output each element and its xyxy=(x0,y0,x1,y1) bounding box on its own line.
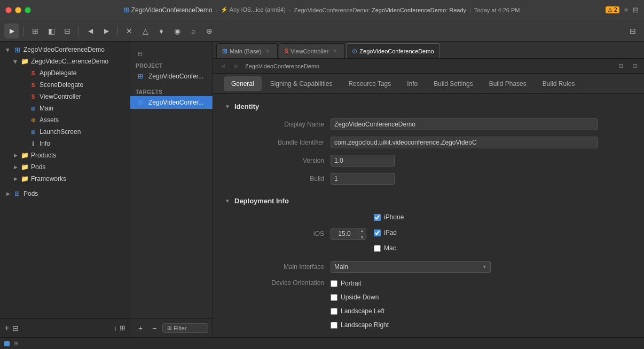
display-name-value xyxy=(331,118,633,130)
sidebar-item-frameworks[interactable]: ▶ 📁 Frameworks xyxy=(0,173,130,185)
close-button[interactable] xyxy=(5,7,12,13)
stepper-down[interactable]: ▼ xyxy=(358,234,366,240)
tab-build-phases[interactable]: Build Phases xyxy=(482,76,534,91)
identity-chevron[interactable]: ▼ xyxy=(224,103,231,110)
bookmark-icon[interactable]: ♦ xyxy=(154,24,168,38)
play-button[interactable]: ▶ xyxy=(4,23,19,38)
add-file-icon[interactable]: + xyxy=(4,323,9,333)
split-view-icon[interactable]: ◧ xyxy=(44,24,58,38)
sidebar-item-viewcontroller[interactable]: S ViewController xyxy=(0,91,130,102)
landscape-right-row: Landscape Right xyxy=(331,319,633,331)
tab-build-rules[interactable]: Build Rules xyxy=(535,76,583,91)
version-input[interactable] xyxy=(331,155,395,166)
toolbar: ▶ ⊞ ◧ ⊟ ◀ ▶ ✕ △ ♦ ◉ ⌕ ⊕ ⊟ xyxy=(0,20,644,42)
panel-middle: ⊟ PROJECT ⊞ ZegoVideoConfer... TARGETS ⊙… xyxy=(130,42,213,337)
warning-icon[interactable]: △ xyxy=(138,24,152,38)
tab-general[interactable]: General xyxy=(224,76,262,91)
sidebar-label-viewcontroller: ViewController xyxy=(40,93,81,100)
filter-pill[interactable]: ⊞ Filter xyxy=(162,323,208,333)
stepper-up[interactable]: ▲ xyxy=(358,228,366,234)
footer-icons: ↓ ⊞ xyxy=(114,324,126,332)
frameworks-icon: 📁 xyxy=(20,174,29,183)
titlebar-status: ZegoVideoConferenceDemo: ZegoVideoConfer… xyxy=(294,7,466,13)
sidebar-item-group[interactable]: ▶ 📁 ZegoVideoC...erenceDemo xyxy=(0,55,130,67)
back-icon[interactable]: ◀ xyxy=(83,24,97,38)
break-icon[interactable]: ✕ xyxy=(122,24,136,38)
sidebar-item-scenedelegate[interactable]: S SceneDelegate xyxy=(0,79,130,91)
sidebar-toggle-btn[interactable]: ⊟ xyxy=(135,48,145,59)
display-name-input[interactable] xyxy=(331,118,598,130)
forward-icon[interactable]: ▶ xyxy=(99,24,113,38)
add-target-btn[interactable]: + xyxy=(135,322,146,334)
sidebar-item-launchscreen[interactable]: ⊠ LaunchScreen xyxy=(0,126,130,138)
portrait-checkbox[interactable] xyxy=(331,280,337,287)
panel-project-label: ZegoVideoConfer... xyxy=(148,73,203,80)
landscape-left-checkbox[interactable] xyxy=(331,308,337,315)
bundle-id-input[interactable] xyxy=(331,137,598,148)
close-tab-vc[interactable]: ✕ xyxy=(331,47,339,55)
navigator-icon[interactable]: ⊟ xyxy=(60,24,74,38)
warning-badge[interactable]: ⚠ 2 xyxy=(606,6,619,13)
panel-target-item[interactable]: ⊙ ZegoVideoConfer... xyxy=(130,96,213,109)
close-tab-main[interactable]: ✕ xyxy=(263,47,272,55)
titlebar: ⊞ ZegoVideoConferenceDemo › ⚡ Any iOS...… xyxy=(0,0,644,20)
nav-back-btn[interactable]: ◀ xyxy=(217,61,228,72)
ios-version-value: 15.0 ▲ ▼ iPhone xyxy=(331,211,633,256)
landscape-right-checkbox[interactable] xyxy=(331,322,337,329)
inspector-btn[interactable]: ⊟ xyxy=(629,61,640,72)
sidebar-root-label: ZegoVideoConferenceDemo xyxy=(23,46,105,53)
sidebar-item-main[interactable]: ⊠ Main xyxy=(0,102,130,114)
sidebar-item-info[interactable]: ℹ Info xyxy=(0,138,130,149)
main-interface-select[interactable]: Main ▼ xyxy=(331,261,491,273)
add-group-icon[interactable]: ⊟ xyxy=(12,324,19,332)
tab-signing[interactable]: Signing & Capabilities xyxy=(263,76,340,91)
iphone-checkbox[interactable] xyxy=(374,214,381,221)
sidebar-footer: + ⊟ ↓ ⊞ xyxy=(0,318,130,337)
landscape-left-label: Landscape Left xyxy=(341,307,384,315)
panel-project-item[interactable]: ⊞ ZegoVideoConfer... xyxy=(130,70,213,83)
sidebar-item-assets[interactable]: ⊛ Assets xyxy=(0,114,130,126)
target-item-icon: ⊙ xyxy=(136,98,145,107)
sidebar-item-root[interactable]: ▶ ⊞ ZegoVideoConferenceDemo xyxy=(0,44,130,55)
ios-version-stepper[interactable]: 15.0 ▲ ▼ xyxy=(331,228,366,240)
tab-project-settings[interactable]: ⊙ ZegoVideoConferenceDemo xyxy=(346,43,439,58)
git-icon[interactable]: ⊕ xyxy=(202,24,216,38)
build-input[interactable] xyxy=(331,173,395,185)
layout-toggle[interactable]: ⊟ xyxy=(633,6,639,14)
tab-info[interactable]: Info xyxy=(399,76,425,91)
assets-icon: ⊛ xyxy=(29,116,37,124)
remove-target-btn[interactable]: − xyxy=(148,322,160,334)
minimize-button[interactable] xyxy=(15,7,21,13)
sidebar-toggle-icon[interactable]: ⊞ xyxy=(28,24,42,38)
search-icon[interactable]: ⌕ xyxy=(186,24,200,38)
identity-title-row: ▼ Identity xyxy=(224,102,633,110)
portrait-row: Portrait xyxy=(331,277,633,289)
nav-forward-btn[interactable]: ▶ xyxy=(231,61,242,72)
sidebar-item-pods-inner[interactable]: ▶ 📁 Pods xyxy=(0,161,130,173)
person-icon[interactable]: ◉ xyxy=(170,24,184,38)
sidebar-item-pods-root[interactable]: ▶ ⊞ Pods xyxy=(0,188,130,200)
split-editor-btn[interactable]: ⊟ xyxy=(615,61,626,72)
sidebar-item-products[interactable]: ▶ 📁 Products xyxy=(0,149,130,161)
tab-main-base[interactable]: ⊠ Main (Base) ✕ xyxy=(216,43,278,58)
add-tab-button[interactable]: + xyxy=(624,5,629,15)
mac-checkbox[interactable] xyxy=(374,245,381,252)
tab-viewcontroller[interactable]: S ViewController ✕ xyxy=(279,43,345,58)
tab-build-phases-label: Build Phases xyxy=(489,80,527,88)
upside-down-checkbox[interactable] xyxy=(331,294,337,301)
tab-resource-tags[interactable]: Resource Tags xyxy=(341,76,398,91)
inspector-toggle-icon[interactable]: ⊟ xyxy=(626,24,640,38)
sidebar-label-launchscreen: LaunchScreen xyxy=(40,128,81,136)
tab-label-proj: ZegoVideoConferenceDemo xyxy=(359,48,434,54)
maximize-button[interactable] xyxy=(25,7,31,13)
ipad-checkbox[interactable] xyxy=(374,229,381,236)
sidebar-item-appdelegate[interactable]: S AppDelegate xyxy=(0,67,130,79)
tab-build-settings[interactable]: Build Settings xyxy=(426,76,480,91)
sidebar-group-label: ZegoVideoC...erenceDemo xyxy=(31,58,108,65)
sidebar-settings-icon[interactable]: ⊞ xyxy=(120,324,125,332)
deployment-chevron[interactable]: ▼ xyxy=(224,197,231,205)
build-row: Build xyxy=(224,171,633,186)
leaf-arrow-7 xyxy=(20,140,28,147)
tab-signing-label: Signing & Capabilities xyxy=(270,80,333,88)
download-icon[interactable]: ↓ xyxy=(114,324,118,332)
